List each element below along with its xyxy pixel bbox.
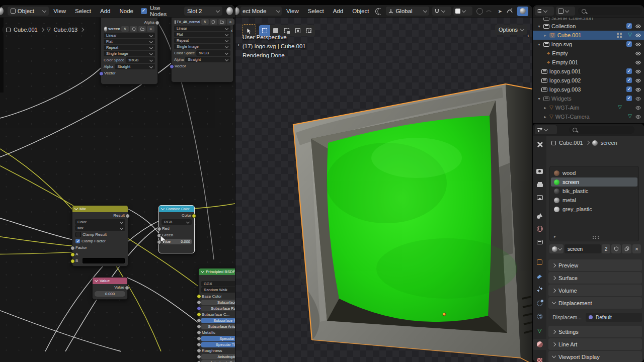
use-nodes-checkbox[interactable]	[141, 8, 147, 14]
value-field[interactable]: 0.000	[95, 291, 125, 297]
panel-line-art[interactable]: Line Art	[548, 338, 642, 350]
extension-dropdown[interactable]: Repeat	[104, 45, 155, 50]
mesh-data-icon[interactable]: ▽	[618, 105, 622, 110]
overlays-icon[interactable]	[506, 8, 513, 14]
a-input[interactable]: A	[72, 251, 128, 257]
tab-scene[interactable]	[533, 210, 546, 221]
shader-type-dropdown[interactable]: Object	[8, 7, 49, 16]
open-image-button[interactable]	[218, 19, 226, 25]
b-color-swatch[interactable]	[83, 258, 125, 263]
projection-dropdown[interactable]: Flat	[174, 32, 230, 37]
filter-dropdown[interactable]	[556, 7, 575, 16]
slot-grey-plastic[interactable]: grey_plastic	[551, 205, 637, 214]
breadcrumb-object[interactable]: Cube.001	[559, 140, 583, 146]
image-datablock-row[interactable]: TV_4K_normal 5 ×	[172, 19, 233, 25]
menu-select[interactable]: Select	[303, 5, 329, 17]
tab-material[interactable]	[533, 339, 546, 350]
hide-icon[interactable]	[635, 68, 641, 75]
display-mode-dropdown[interactable]	[535, 7, 554, 16]
tab-tool[interactable]	[533, 139, 546, 150]
slots-resize-grip[interactable]	[592, 236, 599, 239]
tab-output[interactable]	[533, 179, 546, 190]
material-slot-dropdown[interactable]: Slot 2	[184, 7, 222, 16]
alpha-mode-dropdown[interactable]: Straight	[115, 64, 155, 69]
tab-particles[interactable]	[533, 284, 546, 295]
browse-material-dropdown[interactable]	[549, 244, 564, 253]
node-combine-color[interactable]: Combine Color Color RGB Red Green Blue0.…	[158, 205, 195, 253]
source-dropdown[interactable]: Single Image	[104, 51, 155, 56]
metallic-input[interactable]: Metallic	[199, 329, 235, 335]
outliner-search[interactable]	[578, 7, 642, 15]
panel-displacement[interactable]: Displacement	[548, 297, 642, 309]
editor-type-icon[interactable]	[0, 7, 4, 15]
value-output[interactable]: Value	[93, 284, 127, 291]
alpha-mode-dropdown[interactable]: Straight	[185, 57, 230, 62]
image-datablock-row[interactable]: screen 5 ×	[101, 26, 157, 32]
hide-icon[interactable]	[635, 32, 641, 39]
blend-mode-dropdown[interactable]: Mix	[75, 225, 125, 231]
vector-input[interactable]: Vector	[172, 63, 233, 69]
slot-metal[interactable]: metal	[551, 196, 637, 205]
mode-dropdown[interactable]: ect Mode	[240, 7, 282, 16]
tab-world[interactable]	[533, 223, 546, 234]
displacement-method-dropdown[interactable]: Default	[586, 313, 642, 322]
collection-checkbox[interactable]	[626, 41, 632, 47]
menu-object[interactable]: Object	[348, 5, 373, 17]
tv-render[interactable]	[235, 17, 532, 362]
proportional-editing-icon[interactable]	[375, 8, 381, 15]
panel-volume[interactable]: Volume	[548, 285, 642, 296]
anisotropic-input[interactable]: Anisotropic	[199, 353, 235, 359]
tab-constraints[interactable]	[533, 311, 546, 322]
data-type-dropdown[interactable]: Color	[75, 219, 125, 225]
menu-node[interactable]: Node	[115, 5, 138, 17]
distribution-dropdown[interactable]: GGX	[201, 281, 235, 287]
unlink-image-button[interactable]: ×	[227, 19, 234, 25]
source-dropdown[interactable]: Single Image	[174, 44, 230, 49]
falloff-curve-icon[interactable]	[486, 11, 492, 14]
hide-icon[interactable]	[635, 59, 641, 66]
slot-blk-plastic[interactable]: blk_plastic	[551, 187, 637, 196]
color-space-dropdown[interactable]: sRGB	[196, 50, 230, 56]
slots-expand-arrow[interactable]: ▸	[554, 234, 556, 239]
vector-input[interactable]: Vector	[101, 70, 157, 76]
factor-input[interactable]: Factor	[72, 244, 128, 251]
breadcrumb-object[interactable]: Cube.001	[14, 27, 38, 33]
material-preview-icon[interactable]	[226, 7, 233, 15]
tab-physics[interactable]	[533, 298, 546, 309]
unlink-image-button[interactable]: ×	[147, 26, 154, 32]
sidebar-expand-arrow[interactable]: ‹	[527, 32, 529, 39]
b-input[interactable]: B	[72, 257, 128, 264]
specular-input[interactable]: Specular	[199, 335, 235, 341]
interpolation-dropdown[interactable]: Linear	[174, 26, 230, 31]
red-input[interactable]: Red	[159, 225, 194, 232]
subsurface-ior-input[interactable]: Subsurface IOR	[199, 317, 235, 323]
editor-type-dropdown[interactable]	[535, 125, 557, 134]
node-editor-canvas[interactable]: Cube.001 ▽ Cube.013 Alpha screen 5 × Lin…	[0, 17, 235, 362]
collection-checkbox[interactable]	[626, 68, 632, 74]
tab-object[interactable]	[533, 256, 546, 267]
toolbar-expand-arrow[interactable]: ›	[237, 41, 239, 48]
subsurface-method-dropdown[interactable]: Random Walk	[201, 287, 235, 293]
outliner-row-cube001[interactable]: ▸ ▽ Cube.001 ▽	[533, 31, 644, 40]
slot-wood[interactable]: wood	[551, 168, 637, 177]
outliner-row-logosvg[interactable]: ▾logo.svg	[533, 40, 644, 49]
hide-icon[interactable]	[635, 50, 641, 57]
anisotropic-rotation-input[interactable]: Anisotropic Rotation	[199, 359, 235, 362]
hide-icon[interactable]	[635, 41, 641, 48]
hide-icon[interactable]	[635, 77, 641, 84]
outliner-row-widgets[interactable]: ▾Widgets	[533, 94, 644, 103]
subsurface-color-input[interactable]: Subsurface C...	[199, 311, 235, 317]
properties-search[interactable]	[569, 126, 634, 134]
tab-view-layer[interactable]	[533, 192, 546, 203]
node-value[interactable]: Value Value 0.000	[92, 277, 128, 300]
tab-collection[interactable]	[533, 236, 546, 247]
color-output[interactable]: Color	[159, 212, 194, 219]
outliner-row-collection[interactable]: ▾Collection	[533, 22, 644, 31]
shading-rendered-button[interactable]	[517, 7, 528, 16]
panel-surface[interactable]: Surface	[548, 272, 642, 284]
fake-user-button[interactable]	[130, 26, 137, 32]
result-output[interactable]: Result	[72, 212, 128, 219]
roughness-input[interactable]: Roughness	[199, 347, 235, 353]
new-material-button[interactable]	[622, 244, 631, 253]
tab-texture[interactable]	[533, 355, 546, 362]
